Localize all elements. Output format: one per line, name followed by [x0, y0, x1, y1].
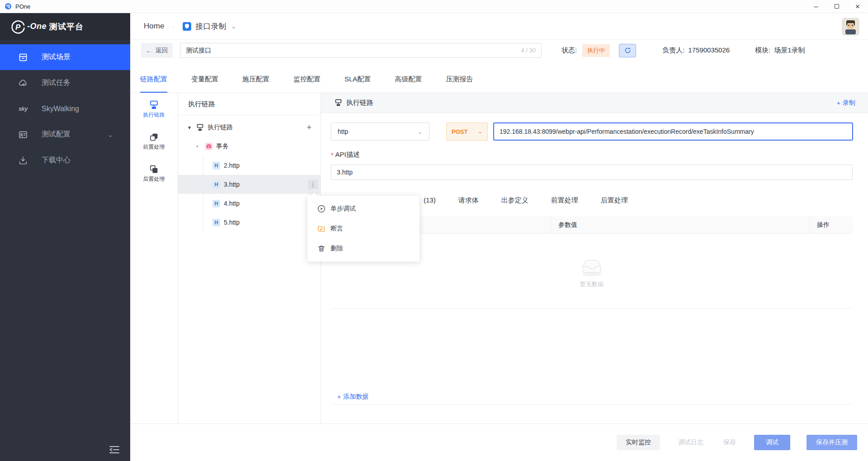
method-select[interactable]: POST ⌄ [446, 122, 488, 141]
tree-panel-title: 执行链路 [178, 93, 321, 115]
transaction-icon [205, 142, 213, 151]
trash-icon [317, 245, 326, 253]
play-circle-icon [317, 205, 326, 213]
tab-advanced-config[interactable]: 高级配置 [395, 75, 422, 93]
record-button[interactable]: + 录制 [837, 99, 855, 107]
tree-node-transaction[interactable]: ▾ 事务 [178, 137, 321, 156]
tree-node-label: 3.http [224, 181, 240, 188]
required-asterisk: * [331, 151, 333, 159]
sidebar-item-download-center[interactable]: 下载中心 [0, 147, 130, 173]
owner-label: 负责人: [662, 46, 684, 55]
collapse-sidebar-icon[interactable] [108, 445, 120, 455]
tree-node-http-5[interactable]: H 5.http [178, 213, 321, 232]
module-label: 模块: [755, 46, 770, 55]
skywalking-icon: sky [18, 104, 28, 114]
node-more-actions-button[interactable]: ⋮ [308, 179, 318, 189]
menu-item-assertion[interactable]: 断言 [307, 219, 420, 239]
sidebar-menu: 测试场景 测试任务 sky SkyWalking 测试配置 ⌄ [0, 44, 130, 173]
tree: ▼ 执行链路 + ▾ 事务 H [178, 115, 321, 232]
sidebar-item-skywalking[interactable]: sky SkyWalking [0, 96, 130, 122]
back-button[interactable]: ← 返回 [141, 43, 173, 58]
minimize-button[interactable]: ─ [806, 0, 826, 13]
sidebar-item-label: 测试任务 [42, 78, 71, 88]
close-button[interactable]: ✕ [847, 0, 868, 13]
app-logo-icon [5, 3, 12, 10]
panel-header: 执行链路 + 录制 [321, 93, 868, 113]
chevron-down-icon: ⌄ [478, 128, 482, 135]
tab-pre-processing[interactable]: 前置处理 [551, 196, 578, 205]
tab-sla-config[interactable]: SLA配置 [344, 75, 371, 93]
scene-name-input[interactable] [186, 47, 516, 54]
mini-item-post-processing[interactable]: 后置处理 [143, 165, 165, 183]
caret-down-icon[interactable]: ▾ [196, 144, 202, 149]
tab-output-params[interactable]: 出参定义 [501, 196, 528, 205]
tab-link-config[interactable]: 链路配置 [140, 75, 167, 93]
api-description-label: * API描述 [331, 151, 868, 159]
tab-request-body[interactable]: 请求体 [458, 196, 479, 205]
tab-test-report[interactable]: 压测报告 [446, 75, 473, 93]
mini-item-pre-processing[interactable]: 前置处理 [143, 132, 165, 151]
sidebar-item-test-scene[interactable]: 测试场景 [0, 44, 130, 70]
add-data-button[interactable]: + 添加数据 [331, 389, 853, 405]
maximize-button[interactable] [826, 0, 847, 13]
column-header-action: 操作 [809, 216, 853, 233]
refresh-icon [624, 47, 631, 54]
tab-pressure-config[interactable]: 施压配置 [242, 75, 269, 93]
chevron-down-icon[interactable]: ⌄ [108, 131, 113, 138]
request-line: http ⌄ POST ⌄ [331, 122, 868, 141]
tree-node-http-4[interactable]: H 4.http [178, 194, 321, 213]
column-header-value: 参数值 [551, 216, 809, 233]
add-node-button[interactable]: + [307, 123, 311, 132]
url-inputbox [493, 122, 853, 141]
tree-node-http-3-selected[interactable]: H 3.http ⋮ [178, 175, 321, 194]
execution-link-tree-panel: 执行链路 ▼ 执行链路 + ▾ [178, 93, 321, 423]
execution-link-icon [149, 100, 159, 110]
breadcrumb-home[interactable]: Home [144, 22, 164, 31]
api-description-input[interactable] [337, 169, 847, 176]
shield-icon [183, 22, 191, 31]
debug-log-button[interactable]: 调试日志 [676, 435, 705, 450]
breadcrumb-current-page[interactable]: 接口录制 ⌄ [183, 21, 236, 32]
tree-node-label: 执行链路 [208, 123, 233, 132]
plus-icon: + [337, 393, 341, 400]
caret-down-icon[interactable]: ▼ [187, 125, 193, 130]
app-title: POne [15, 3, 30, 10]
method-value: POST [452, 128, 467, 135]
sidebar-item-test-task[interactable]: 测试任务 [0, 70, 130, 96]
menu-item-delete[interactable]: 删除 [307, 239, 420, 259]
node-context-menu: 单步调试 断言 删除 [307, 196, 420, 262]
avatar[interactable] [842, 18, 859, 35]
http-badge-icon: H [212, 181, 220, 188]
debug-button[interactable]: 调试 [754, 435, 790, 450]
protocol-select[interactable]: http ⌄ [331, 122, 429, 141]
http-badge-icon: H [212, 162, 220, 169]
save-and-test-button[interactable]: 保存并压测 [807, 435, 857, 450]
tab-monitor-config[interactable]: 监控配置 [293, 75, 321, 93]
api-description-inputbox [331, 165, 853, 180]
tree-node-root[interactable]: ▼ 执行链路 + [178, 118, 321, 137]
protocol-value: http [338, 128, 348, 135]
mini-item-execution-link[interactable]: 执行链路 [143, 100, 165, 119]
refresh-status-button[interactable] [619, 44, 636, 57]
tab-post-processing[interactable]: 后置处理 [601, 196, 628, 205]
realtime-monitor-button[interactable]: 实时监控 [617, 435, 660, 450]
save-button[interactable]: 保存 [722, 435, 738, 450]
link-config-mini-sidebar: 执行链路 前置处理 后置处理 [130, 93, 178, 423]
scene-toolbar: ← 返回 4 / 30 状态: 执行中 负责人: 17590035026 模块:… [130, 40, 868, 61]
chevron-down-icon: ⌄ [231, 23, 236, 30]
config-tabs: 链路配置 变量配置 施压配置 监控配置 SLA配置 高级配置 压测报告 [130, 61, 868, 93]
url-input[interactable] [500, 128, 847, 135]
sidebar-item-test-config[interactable]: 测试配置 ⌄ [0, 122, 130, 147]
table-blank-area [331, 309, 853, 389]
tab-request-params[interactable]: (13) [424, 196, 436, 205]
sidebar-logo: P -One 测试平台 [0, 13, 130, 40]
tab-variable-config[interactable]: 变量配置 [191, 75, 218, 93]
status-label: 状态: [561, 46, 577, 55]
empty-text: 暂无数据 [580, 280, 604, 288]
plus-icon: + [837, 99, 840, 107]
tree-node-http-2[interactable]: H 2.http [178, 156, 321, 175]
menu-item-single-step-debug[interactable]: 单步调试 [307, 199, 420, 219]
breadcrumb-page-label: 接口录制 [195, 21, 226, 32]
empty-inbox-icon [577, 254, 606, 277]
sidebar-item-label: SkyWalking [42, 105, 79, 113]
